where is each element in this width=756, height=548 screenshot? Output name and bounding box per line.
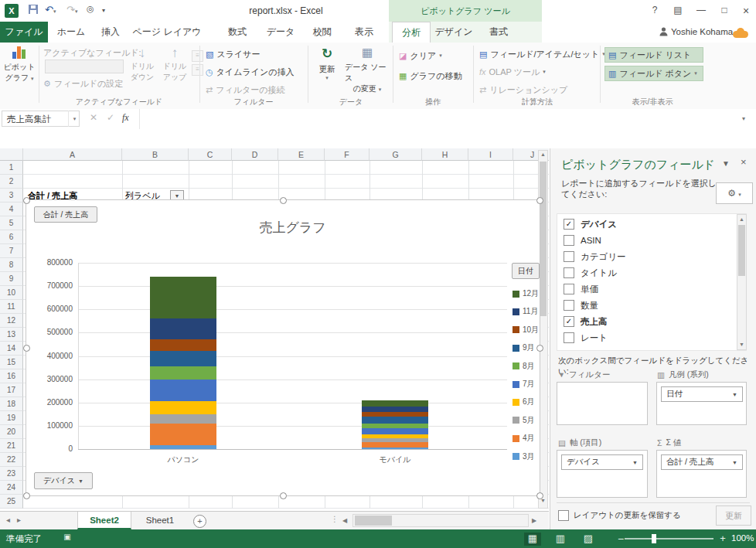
bar-segment-3月[interactable]	[150, 445, 216, 449]
field-list-scroll-up-icon[interactable]: ▲	[737, 216, 747, 222]
hscroll-left-icon[interactable]: ◀	[342, 517, 347, 524]
scroll-up-icon[interactable]: ▲	[538, 151, 548, 157]
minimize-button[interactable]: —	[693, 5, 710, 15]
field-item-ASIN[interactable]: ASIN	[564, 233, 601, 247]
row-header-25[interactable]: 25	[0, 495, 23, 509]
row-header-9[interactable]: 9	[0, 272, 23, 286]
save-icon[interactable]	[28, 4, 39, 17]
legend-item-11月[interactable]: 11月	[513, 306, 538, 317]
selection-handle[interactable]	[280, 492, 287, 499]
vertical-scroll-thumb[interactable]	[540, 162, 547, 316]
field-item-レート[interactable]: レート	[564, 331, 608, 345]
bar-segment-8月[interactable]	[362, 424, 428, 428]
worksheet[interactable]: ABCDEFGHIJ 12345678910111213141516171819…	[0, 148, 549, 511]
selection-handle[interactable]	[23, 197, 30, 204]
field-item-デバイス[interactable]: ✓デバイス	[564, 217, 617, 231]
field-item-単価[interactable]: 単価	[564, 282, 598, 296]
sheet-nav-right-icon[interactable]: ▸	[17, 516, 21, 524]
field-checkbox[interactable]	[564, 235, 574, 246]
row-header-4[interactable]: 4	[0, 203, 23, 216]
row-header-19[interactable]: 19	[0, 411, 23, 425]
pivot-chart[interactable]: 売上グラフ 合計 / 売上高 日付 デバイス▼ 0100000200000300…	[26, 199, 540, 496]
field-item-数量[interactable]: 数量	[564, 298, 598, 312]
column-header-H[interactable]: H	[422, 148, 468, 161]
column-header-E[interactable]: E	[278, 148, 325, 161]
macro-record-icon[interactable]: ▣	[59, 533, 76, 546]
bar-segment-10月[interactable]	[362, 412, 428, 417]
zoom-slider[interactable]	[625, 538, 713, 539]
selection-handle[interactable]	[536, 492, 543, 499]
chart-title[interactable]: 売上グラフ	[78, 219, 507, 237]
column-header-G[interactable]: G	[369, 148, 422, 161]
tab-file[interactable]: ファイル	[0, 22, 48, 43]
pivotchart-button[interactable]: ピボット グラフ ▾	[2, 46, 37, 104]
zoom-in-icon[interactable]: +	[714, 533, 731, 546]
user-name[interactable]: Yoshie Kohama	[671, 22, 733, 43]
bar-segment-4月[interactable]	[150, 424, 216, 446]
bar-segment-12月[interactable]	[362, 400, 428, 407]
close-button[interactable]: ×	[737, 5, 754, 17]
column-header-D[interactable]: D	[232, 148, 278, 161]
bar-segment-9月[interactable]	[362, 417, 428, 424]
legend-item-8月[interactable]: 8月	[513, 361, 535, 372]
column-header-B[interactable]: B	[122, 148, 189, 161]
horizontal-scroll-thumb[interactable]	[355, 516, 392, 526]
maximize-button[interactable]: □	[716, 5, 733, 15]
touch-mode-icon[interactable]: ◎	[87, 4, 94, 14]
row-header-13[interactable]: 13	[0, 328, 23, 342]
tab-view[interactable]: 表示	[346, 22, 382, 43]
qat-dropdown-icon[interactable]: ▾	[102, 7, 105, 14]
bar-segment-10月[interactable]	[150, 339, 216, 351]
selection-handle[interactable]	[280, 197, 287, 204]
page-layout-view-icon[interactable]: ▥	[552, 533, 569, 546]
field-item-タイトル[interactable]: タイトル	[564, 266, 617, 280]
field-buttons-toggle-button[interactable]: ▥ フィールド ボタン▾	[604, 66, 703, 81]
row-header-15[interactable]: 15	[0, 356, 23, 369]
tab-format[interactable]: 書式	[479, 22, 518, 43]
hscroll-right-icon[interactable]: ▶	[532, 517, 536, 524]
selection-handle[interactable]	[536, 197, 543, 204]
pane-close-icon[interactable]: ×	[741, 156, 747, 168]
insert-function-button[interactable]: fx	[122, 112, 129, 124]
bar-segment-3月[interactable]	[362, 448, 428, 449]
formula-input[interactable]	[139, 109, 739, 129]
legend-item-9月[interactable]: 9月	[513, 342, 535, 353]
undo-icon[interactable]: ↶▾	[45, 4, 56, 15]
fields-items-sets-button[interactable]: ▤ フィールド/アイテム/セット▾	[479, 47, 605, 61]
field-item-売上高[interactable]: ✓売上高	[564, 315, 608, 328]
bar-segment-5月[interactable]	[362, 438, 428, 442]
defer-layout-checkbox[interactable]	[558, 510, 569, 521]
sheet-nav-left-icon[interactable]: ◂	[6, 516, 10, 524]
row-header-6[interactable]: 6	[0, 230, 23, 244]
legend-item-12月[interactable]: 12月	[513, 288, 539, 299]
move-chart-button[interactable]: ▦ グラフの移動	[399, 69, 461, 83]
legend-item-6月[interactable]: 6月	[513, 397, 535, 407]
tab-scroll-divider[interactable]: ⋮	[331, 515, 339, 523]
refresh-button[interactable]: ↻ 更新 ▾	[312, 46, 342, 101]
row-header-14[interactable]: 14	[0, 342, 23, 356]
field-checkbox[interactable]	[564, 284, 574, 294]
column-header-A[interactable]: A	[23, 148, 122, 161]
bar-segment-11月[interactable]	[362, 407, 428, 413]
row-header-2[interactable]: 2	[0, 175, 23, 189]
bar-segment-7月[interactable]	[150, 380, 216, 402]
values-area-box[interactable]: 合計 / 売上高▼	[656, 450, 747, 498]
row-header-23[interactable]: 23	[0, 467, 23, 481]
row-header-17[interactable]: 17	[0, 383, 23, 397]
column-header-F[interactable]: F	[325, 148, 369, 161]
help-icon[interactable]: ?	[646, 5, 663, 15]
legend-item-4月[interactable]: 4月	[513, 433, 535, 444]
legend-area-box[interactable]: 日付▼	[656, 382, 747, 425]
field-checkbox[interactable]	[564, 300, 574, 311]
area-field-chip-デバイス[interactable]: デバイス▼	[561, 454, 643, 470]
tab-insert[interactable]: 挿入	[93, 22, 128, 43]
area-field-chip-合計 / 売上高[interactable]: 合計 / 売上高▼	[661, 454, 743, 470]
selection-handle[interactable]	[536, 345, 543, 352]
field-checkbox[interactable]: ✓	[564, 316, 574, 327]
bar-segment-6月[interactable]	[362, 434, 428, 438]
page-break-view-icon[interactable]: ▨	[580, 533, 597, 546]
field-list-scroll-down-icon[interactable]: ▼	[737, 342, 747, 347]
row-header-24[interactable]: 24	[0, 481, 23, 495]
row-header-1[interactable]: 1	[0, 161, 23, 175]
zoom-level[interactable]: 100%	[731, 533, 754, 543]
